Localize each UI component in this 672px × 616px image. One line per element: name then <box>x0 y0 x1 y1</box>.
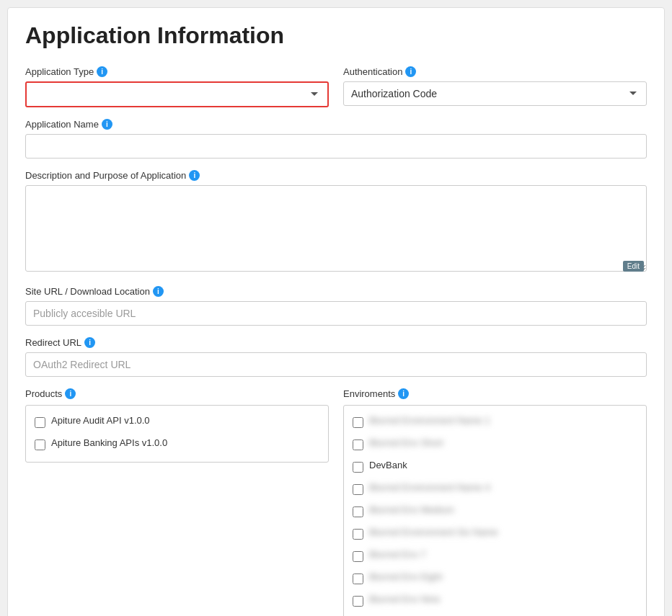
list-item: Blurred Environment Six Name <box>353 523 637 545</box>
application-type-info-icon[interactable]: i <box>97 66 107 77</box>
application-name-label: Application Name i <box>25 119 647 130</box>
list-item: Blurred Env Medium <box>353 501 637 523</box>
products-label: Products i <box>25 388 329 399</box>
application-type-group: Application Type i Web Application Mobil… <box>25 66 329 107</box>
products-info-icon[interactable]: i <box>65 388 76 399</box>
type-auth-row: Application Type i Web Application Mobil… <box>25 66 647 107</box>
products-checkbox-list: Apiture Audit API v1.0.0 Apiture Banking… <box>25 405 329 463</box>
env-2-label[interactable]: Blurred Env Short <box>369 437 443 448</box>
list-item: Blurred Env Short <box>353 434 637 456</box>
site-url-label: Site URL / Download Location i <box>25 286 647 297</box>
env-5-checkbox[interactable] <box>353 506 363 517</box>
products-section: Products i Apiture Audit API v1.0.0 Apit… <box>25 388 329 616</box>
env-4-label[interactable]: Blurred Environment Name 4 <box>369 482 490 493</box>
environments-checkbox-list: Blurred Environment Name 1 Blurred Env S… <box>343 405 647 616</box>
description-wrapper: Edit <box>25 185 647 274</box>
description-row: Description and Purpose of Application i… <box>25 170 647 274</box>
list-item: Blurred Environment Name 1 <box>353 411 637 434</box>
env-8-label[interactable]: Blurred Env Eight <box>369 571 442 582</box>
redirect-url-info-icon[interactable]: i <box>84 337 95 348</box>
application-name-input[interactable] <box>25 134 647 159</box>
site-url-info-icon[interactable]: i <box>153 286 164 297</box>
site-url-group: Site URL / Download Location i <box>25 286 647 326</box>
env-9-checkbox[interactable] <box>353 596 363 607</box>
application-name-group: Application Name i <box>25 119 647 159</box>
list-item: DevBank <box>353 456 637 478</box>
list-item: Blurred Env Eight <box>353 568 637 590</box>
description-group: Description and Purpose of Application i… <box>25 170 647 274</box>
application-type-select-wrapper: Web Application Mobile Application Deskt… <box>25 81 329 107</box>
site-url-input[interactable] <box>25 301 647 326</box>
env-8-checkbox[interactable] <box>353 573 363 584</box>
env-1-checkbox[interactable] <box>353 417 363 428</box>
environments-info-icon[interactable]: i <box>398 388 409 399</box>
product-apiture-audit-checkbox[interactable] <box>35 417 45 428</box>
env-7-checkbox[interactable] <box>353 551 363 562</box>
env-devbank-checkbox[interactable] <box>353 462 363 473</box>
application-name-info-icon[interactable]: i <box>102 119 112 130</box>
authentication-info-icon[interactable]: i <box>405 66 416 77</box>
authentication-select[interactable]: Authorization Code Client Credentials Im… <box>343 81 647 106</box>
list-item: Blurred Env Nine <box>353 590 637 612</box>
env-7-label[interactable]: Blurred Env 7 <box>369 549 426 560</box>
application-information-form: Application Information Application Type… <box>7 7 665 616</box>
list-item: Blurred Env 7 <box>353 545 637 568</box>
env-2-checkbox[interactable] <box>353 439 363 450</box>
description-info-icon[interactable]: i <box>189 170 200 181</box>
env-devbank-label[interactable]: DevBank <box>369 460 407 470</box>
redirect-url-group: Redirect URL i <box>25 337 647 377</box>
products-environments-row: Products i Apiture Audit API v1.0.0 Apit… <box>25 388 647 616</box>
authentication-select-wrapper: Authorization Code Client Credentials Im… <box>343 81 647 106</box>
product-apiture-banking-checkbox[interactable] <box>35 439 45 450</box>
redirect-url-label: Redirect URL i <box>25 337 647 348</box>
application-name-row: Application Name i <box>25 119 647 159</box>
product-apiture-banking-label[interactable]: Apiture Banking APIs v1.0.0 <box>51 437 167 448</box>
list-item: Apiture Banking APIs v1.0.0 <box>35 434 319 456</box>
env-5-label[interactable]: Blurred Env Medium <box>369 504 454 515</box>
environments-label: Enviroments i <box>343 388 647 399</box>
list-item: Apiture Audit API v1.0.0 <box>35 411 319 434</box>
authentication-group: Authentication i Authorization Code Clie… <box>343 66 647 107</box>
page-title: Application Information <box>25 22 647 49</box>
description-textarea[interactable] <box>25 185 647 272</box>
env-1-label[interactable]: Blurred Environment Name 1 <box>369 415 490 426</box>
description-label: Description and Purpose of Application i <box>25 170 647 181</box>
redirect-url-input[interactable] <box>25 352 647 377</box>
product-apiture-audit-label[interactable]: Apiture Audit API v1.0.0 <box>51 415 150 426</box>
redirect-url-row: Redirect URL i <box>25 337 647 377</box>
authentication-label: Authentication i <box>343 66 647 77</box>
application-type-select[interactable]: Web Application Mobile Application Deskt… <box>25 81 329 107</box>
env-9-label[interactable]: Blurred Env Nine <box>369 594 440 604</box>
site-url-row: Site URL / Download Location i <box>25 286 647 326</box>
env-6-label[interactable]: Blurred Environment Six Name <box>369 527 498 537</box>
env-6-checkbox[interactable] <box>353 529 363 540</box>
env-4-checkbox[interactable] <box>353 484 363 495</box>
list-item: Blurred Environment Name 4 <box>353 478 637 501</box>
application-type-label: Application Type i <box>25 66 329 77</box>
edit-badge: Edit <box>623 261 644 272</box>
environments-section: Enviroments i Blurred Environment Name 1… <box>343 388 647 616</box>
